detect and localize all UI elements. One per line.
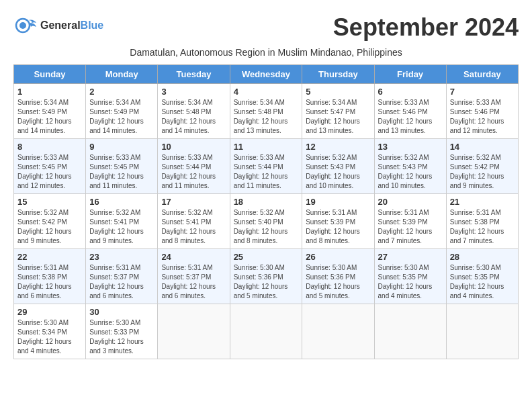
day-number: 30 [89,307,154,317]
day-number: 24 [161,252,226,262]
day-info: Sunrise: 5:34 AM Sunset: 5:47 PM Dayligh… [306,98,370,136]
calendar-cell: 25 Sunrise: 5:30 AM Sunset: 5:36 PM Dayl… [230,249,302,304]
weekday-header-saturday: Saturday [446,65,518,84]
svg-point-1 [19,22,26,29]
day-info: Sunrise: 5:33 AM Sunset: 5:46 PM Dayligh… [450,98,515,136]
day-info: Sunrise: 5:34 AM Sunset: 5:48 PM Dayligh… [161,98,226,136]
weekday-header-friday: Friday [374,65,446,84]
calendar-cell: 23 Sunrise: 5:31 AM Sunset: 5:37 PM Dayl… [86,249,158,304]
day-info: Sunrise: 5:34 AM Sunset: 5:49 PM Dayligh… [17,98,82,136]
month-title: September 2024 [333,13,519,42]
weekday-header-sunday: Sunday [14,65,86,84]
weekday-header-wednesday: Wednesday [230,65,302,84]
day-info: Sunrise: 5:30 AM Sunset: 5:36 PM Dayligh… [234,263,299,301]
day-number: 9 [89,142,154,152]
day-number: 6 [378,87,443,97]
day-number: 12 [306,142,370,152]
day-info: Sunrise: 5:33 AM Sunset: 5:44 PM Dayligh… [161,153,226,191]
calendar-cell: 13 Sunrise: 5:32 AM Sunset: 5:43 PM Dayl… [374,139,446,194]
calendar-cell [230,304,302,359]
day-info: Sunrise: 5:34 AM Sunset: 5:49 PM Dayligh… [89,98,154,136]
day-info: Sunrise: 5:32 AM Sunset: 5:41 PM Dayligh… [89,208,154,246]
day-info: Sunrise: 5:33 AM Sunset: 5:44 PM Dayligh… [234,153,299,191]
logo: GeneralBlue [13,13,103,38]
day-info: Sunrise: 5:33 AM Sunset: 5:45 PM Dayligh… [17,153,82,191]
calendar-cell: 18 Sunrise: 5:32 AM Sunset: 5:40 PM Dayl… [230,194,302,249]
calendar-cell: 19 Sunrise: 5:31 AM Sunset: 5:39 PM Dayl… [302,194,374,249]
calendar-cell [302,304,374,359]
calendar-cell: 6 Sunrise: 5:33 AM Sunset: 5:46 PM Dayli… [374,84,446,139]
day-number: 23 [89,252,154,262]
day-number: 20 [378,197,443,207]
calendar-cell: 22 Sunrise: 5:31 AM Sunset: 5:38 PM Dayl… [14,249,86,304]
calendar-header-row: SundayMondayTuesdayWednesdayThursdayFrid… [14,65,519,84]
day-info: Sunrise: 5:30 AM Sunset: 5:33 PM Dayligh… [89,318,154,356]
day-info: Sunrise: 5:31 AM Sunset: 5:39 PM Dayligh… [306,208,370,246]
calendar-cell: 29 Sunrise: 5:30 AM Sunset: 5:34 PM Dayl… [14,304,86,359]
day-number: 22 [17,252,82,262]
calendar-week-3: 15 Sunrise: 5:32 AM Sunset: 5:42 PM Dayl… [14,194,519,249]
day-info: Sunrise: 5:32 AM Sunset: 5:42 PM Dayligh… [450,153,515,191]
day-number: 18 [234,197,299,207]
calendar-week-5: 29 Sunrise: 5:30 AM Sunset: 5:34 PM Dayl… [14,304,519,359]
calendar-cell: 2 Sunrise: 5:34 AM Sunset: 5:49 PM Dayli… [86,84,158,139]
day-number: 15 [17,197,82,207]
day-number: 13 [378,142,443,152]
day-info: Sunrise: 5:32 AM Sunset: 5:42 PM Dayligh… [17,208,82,246]
calendar-cell: 16 Sunrise: 5:32 AM Sunset: 5:41 PM Dayl… [86,194,158,249]
calendar-table: SundayMondayTuesdayWednesdayThursdayFrid… [13,64,519,359]
logo-text: GeneralBlue [40,19,103,32]
day-number: 3 [161,87,226,97]
calendar-cell [374,304,446,359]
day-number: 8 [17,142,82,152]
day-number: 27 [378,252,443,262]
calendar-cell: 21 Sunrise: 5:31 AM Sunset: 5:38 PM Dayl… [446,194,518,249]
calendar-cell: 11 Sunrise: 5:33 AM Sunset: 5:44 PM Dayl… [230,139,302,194]
weekday-header-thursday: Thursday [302,65,374,84]
calendar-week-2: 8 Sunrise: 5:33 AM Sunset: 5:45 PM Dayli… [14,139,519,194]
day-number: 28 [450,252,515,262]
calendar-cell: 24 Sunrise: 5:31 AM Sunset: 5:37 PM Dayl… [158,249,230,304]
day-info: Sunrise: 5:32 AM Sunset: 5:43 PM Dayligh… [378,153,443,191]
day-info: Sunrise: 5:31 AM Sunset: 5:38 PM Dayligh… [450,208,515,246]
calendar-cell [158,304,230,359]
day-number: 17 [161,197,226,207]
weekday-header-tuesday: Tuesday [158,65,230,84]
calendar-cell: 17 Sunrise: 5:32 AM Sunset: 5:41 PM Dayl… [158,194,230,249]
day-number: 26 [306,252,370,262]
day-number: 7 [450,87,515,97]
day-number: 1 [17,87,82,97]
day-number: 4 [234,87,299,97]
calendar-cell: 27 Sunrise: 5:30 AM Sunset: 5:35 PM Dayl… [374,249,446,304]
day-number: 19 [306,197,370,207]
day-info: Sunrise: 5:31 AM Sunset: 5:39 PM Dayligh… [378,208,443,246]
calendar-week-1: 1 Sunrise: 5:34 AM Sunset: 5:49 PM Dayli… [14,84,519,139]
calendar-cell: 4 Sunrise: 5:34 AM Sunset: 5:48 PM Dayli… [230,84,302,139]
calendar-cell: 8 Sunrise: 5:33 AM Sunset: 5:45 PM Dayli… [14,139,86,194]
calendar-cell: 10 Sunrise: 5:33 AM Sunset: 5:44 PM Dayl… [158,139,230,194]
day-info: Sunrise: 5:30 AM Sunset: 5:36 PM Dayligh… [306,263,370,301]
day-number: 2 [89,87,154,97]
calendar-cell: 14 Sunrise: 5:32 AM Sunset: 5:42 PM Dayl… [446,139,518,194]
calendar-cell: 15 Sunrise: 5:32 AM Sunset: 5:42 PM Dayl… [14,194,86,249]
day-info: Sunrise: 5:32 AM Sunset: 5:40 PM Dayligh… [234,208,299,246]
calendar-cell: 28 Sunrise: 5:30 AM Sunset: 5:35 PM Dayl… [446,249,518,304]
day-info: Sunrise: 5:34 AM Sunset: 5:48 PM Dayligh… [234,98,299,136]
day-info: Sunrise: 5:30 AM Sunset: 5:35 PM Dayligh… [378,263,443,301]
day-info: Sunrise: 5:32 AM Sunset: 5:43 PM Dayligh… [306,153,370,191]
page-header: GeneralBlue September 2024 [13,13,519,42]
calendar-cell: 3 Sunrise: 5:34 AM Sunset: 5:48 PM Dayli… [158,84,230,139]
day-info: Sunrise: 5:33 AM Sunset: 5:46 PM Dayligh… [378,98,443,136]
day-info: Sunrise: 5:33 AM Sunset: 5:45 PM Dayligh… [89,153,154,191]
day-number: 5 [306,87,370,97]
day-number: 25 [234,252,299,262]
day-number: 11 [234,142,299,152]
day-number: 14 [450,142,515,152]
day-number: 21 [450,197,515,207]
day-info: Sunrise: 5:30 AM Sunset: 5:35 PM Dayligh… [450,263,515,301]
day-info: Sunrise: 5:31 AM Sunset: 5:37 PM Dayligh… [161,263,226,301]
day-number: 16 [89,197,154,207]
day-info: Sunrise: 5:31 AM Sunset: 5:38 PM Dayligh… [17,263,82,301]
calendar-cell: 1 Sunrise: 5:34 AM Sunset: 5:49 PM Dayli… [14,84,86,139]
calendar-cell: 9 Sunrise: 5:33 AM Sunset: 5:45 PM Dayli… [86,139,158,194]
